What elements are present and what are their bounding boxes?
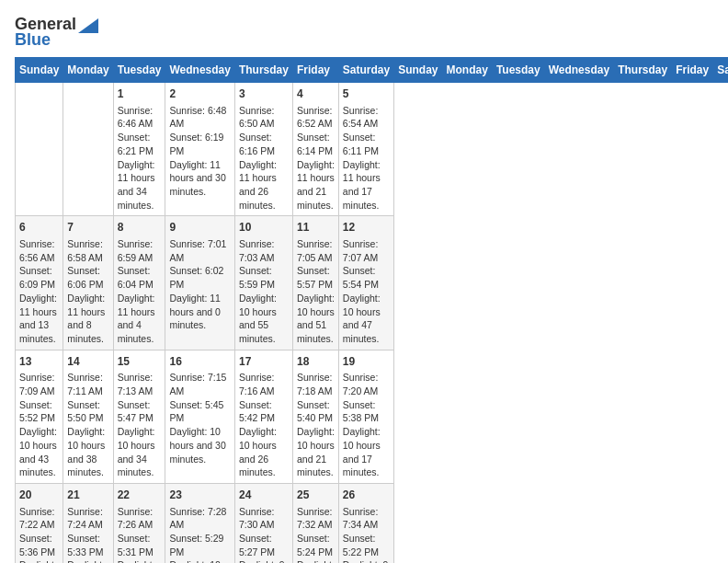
day-of-week-header: Monday (63, 58, 113, 83)
cell-text: Sunrise: 7:24 AM (67, 505, 108, 532)
day-number: 14 (67, 354, 108, 370)
day-number: 9 (169, 220, 230, 236)
day-of-week-header: Monday (442, 58, 492, 83)
cell-text: Daylight: 10 hours and 55 minutes. (239, 292, 289, 346)
cell-text: Daylight: 11 hours and 26 minutes. (239, 158, 289, 213)
cell-text: Daylight: 11 hours and 8 minutes. (67, 292, 108, 346)
cell-text: Sunrise: 7:03 AM (239, 237, 289, 264)
cell-text: Sunrise: 7:16 AM (239, 371, 289, 397)
cell-text: Daylight: 10 hours and 38 minutes. (67, 425, 108, 479)
cell-text: Sunrise: 7:18 AM (297, 371, 335, 397)
calendar-week-row: 6Sunrise: 6:56 AMSunset: 6:09 PMDaylight… (16, 216, 729, 350)
cell-text: Sunrise: 6:52 AM (297, 104, 335, 131)
cell-text: Sunrise: 7:34 AM (343, 505, 390, 532)
cell-text: Sunset: 5:29 PM (169, 532, 230, 558)
calendar-cell: 20Sunrise: 7:22 AMSunset: 5:36 PMDayligh… (16, 483, 63, 563)
logo-blue-text: Blue (15, 30, 51, 50)
cell-text: Sunrise: 7:32 AM (297, 505, 335, 532)
calendar-header-row: SundayMondayTuesdayWednesdayThursdayFrid… (16, 58, 729, 83)
cell-text: Sunset: 6:14 PM (297, 131, 335, 157)
day-of-week-header: Thursday (234, 58, 292, 83)
cell-text: Sunset: 6:19 PM (169, 131, 230, 157)
cell-text: Sunset: 6:21 PM (118, 131, 162, 157)
logo-icon (78, 18, 98, 33)
cell-text: Daylight: 9 hours and 56 minutes. (239, 558, 289, 563)
calendar-table: SundayMondayTuesdayWednesdayThursdayFrid… (15, 57, 728, 563)
calendar-cell: 12Sunrise: 7:07 AMSunset: 5:54 PMDayligh… (338, 216, 393, 350)
cell-text: Sunset: 5:57 PM (297, 264, 335, 291)
cell-text: Sunset: 5:47 PM (118, 398, 162, 425)
calendar-cell: 10Sunrise: 7:03 AMSunset: 5:59 PMDayligh… (234, 216, 292, 350)
calendar-cell: 11Sunrise: 7:05 AMSunset: 5:57 PMDayligh… (292, 216, 338, 350)
cell-text: Daylight: 10 hours and 9 minutes. (67, 558, 108, 563)
day-number: 21 (67, 488, 108, 503)
calendar-cell: 14Sunrise: 7:11 AMSunset: 5:50 PMDayligh… (63, 350, 113, 483)
day-of-week-header: Thursday (614, 58, 672, 83)
cell-text: Daylight: 9 hours and 48 minutes. (343, 558, 390, 563)
day-of-week-header: Wednesday (544, 58, 613, 83)
day-number: 17 (239, 354, 289, 370)
calendar-cell: 5Sunrise: 6:54 AMSunset: 6:11 PMDaylight… (338, 83, 393, 216)
cell-text: Daylight: 10 hours and 43 minutes. (19, 425, 59, 479)
calendar-cell: 22Sunrise: 7:26 AMSunset: 5:31 PMDayligh… (113, 483, 165, 563)
cell-text: Sunset: 5:52 PM (19, 398, 59, 425)
day-number: 7 (67, 220, 108, 236)
day-number: 8 (118, 220, 162, 236)
calendar-cell: 15Sunrise: 7:13 AMSunset: 5:47 PMDayligh… (113, 350, 165, 483)
day-number: 2 (169, 86, 230, 102)
day-number: 12 (343, 220, 390, 236)
day-number: 3 (239, 86, 289, 102)
calendar-week-row: 13Sunrise: 7:09 AMSunset: 5:52 PMDayligh… (16, 350, 729, 483)
cell-text: Sunrise: 7:13 AM (118, 371, 162, 397)
cell-text: Sunset: 5:45 PM (169, 398, 230, 425)
cell-text: Sunset: 5:42 PM (239, 398, 289, 425)
day-number: 16 (169, 354, 230, 370)
cell-text: Daylight: 10 hours and 51 minutes. (297, 292, 335, 346)
cell-text: Daylight: 10 hours and 21 minutes. (297, 425, 335, 479)
logo: General Blue (15, 15, 98, 50)
day-number: 11 (297, 220, 335, 236)
cell-text: Sunrise: 6:59 AM (118, 237, 162, 264)
cell-text: Sunrise: 6:50 AM (239, 104, 289, 131)
day-number: 18 (297, 354, 335, 370)
day-number: 13 (19, 354, 59, 370)
cell-text: Sunset: 5:33 PM (67, 532, 108, 558)
cell-text: Daylight: 11 hours and 4 minutes. (118, 292, 162, 346)
cell-text: Sunrise: 7:20 AM (343, 371, 390, 397)
day-of-week-header: Tuesday (492, 58, 544, 83)
calendar-cell: 18Sunrise: 7:18 AMSunset: 5:40 PMDayligh… (292, 350, 338, 483)
cell-text: Daylight: 11 hours and 21 minutes. (297, 158, 335, 213)
cell-text: Sunset: 6:09 PM (19, 264, 59, 291)
cell-text: Sunset: 6:11 PM (343, 131, 390, 157)
cell-text: Sunrise: 7:28 AM (169, 505, 230, 532)
day-of-week-header: Friday (292, 58, 338, 83)
calendar-cell: 23Sunrise: 7:28 AMSunset: 5:29 PMDayligh… (165, 483, 234, 563)
cell-text: Sunrise: 7:05 AM (297, 237, 335, 264)
calendar-cell: 17Sunrise: 7:16 AMSunset: 5:42 PMDayligh… (234, 350, 292, 483)
calendar-cell: 26Sunrise: 7:34 AMSunset: 5:22 PMDayligh… (338, 483, 393, 563)
calendar-cell: 8Sunrise: 6:59 AMSunset: 6:04 PMDaylight… (113, 216, 165, 350)
day-number: 22 (118, 488, 162, 503)
day-of-week-header: Saturday (713, 58, 728, 83)
cell-text: Sunset: 5:27 PM (239, 532, 289, 558)
cell-text: Sunrise: 6:58 AM (67, 237, 108, 264)
day-of-week-header: Tuesday (113, 58, 165, 83)
calendar-cell: 2Sunrise: 6:48 AMSunset: 6:19 PMDaylight… (165, 83, 234, 216)
page-header: General Blue (15, 15, 713, 50)
calendar-cell: 1Sunrise: 6:46 AMSunset: 6:21 PMDaylight… (113, 83, 165, 216)
cell-text: Daylight: 10 hours and 13 minutes. (19, 558, 59, 563)
day-number: 10 (239, 220, 289, 236)
calendar-cell: 3Sunrise: 6:50 AMSunset: 6:16 PMDaylight… (234, 83, 292, 216)
cell-text: Daylight: 9 hours and 52 minutes. (297, 558, 335, 563)
cell-text: Daylight: 10 hours and 30 minutes. (169, 425, 230, 465)
cell-text: Sunset: 6:04 PM (118, 264, 162, 291)
day-of-week-header: Sunday (394, 58, 442, 83)
calendar-cell: 24Sunrise: 7:30 AMSunset: 5:27 PMDayligh… (234, 483, 292, 563)
day-number: 23 (169, 488, 230, 503)
cell-text: Sunrise: 6:46 AM (118, 104, 162, 131)
calendar-cell: 6Sunrise: 6:56 AMSunset: 6:09 PMDaylight… (16, 216, 63, 350)
day-number: 6 (19, 220, 59, 236)
cell-text: Sunset: 5:38 PM (343, 398, 390, 425)
day-number: 15 (118, 354, 162, 370)
svg-marker-0 (78, 18, 98, 33)
